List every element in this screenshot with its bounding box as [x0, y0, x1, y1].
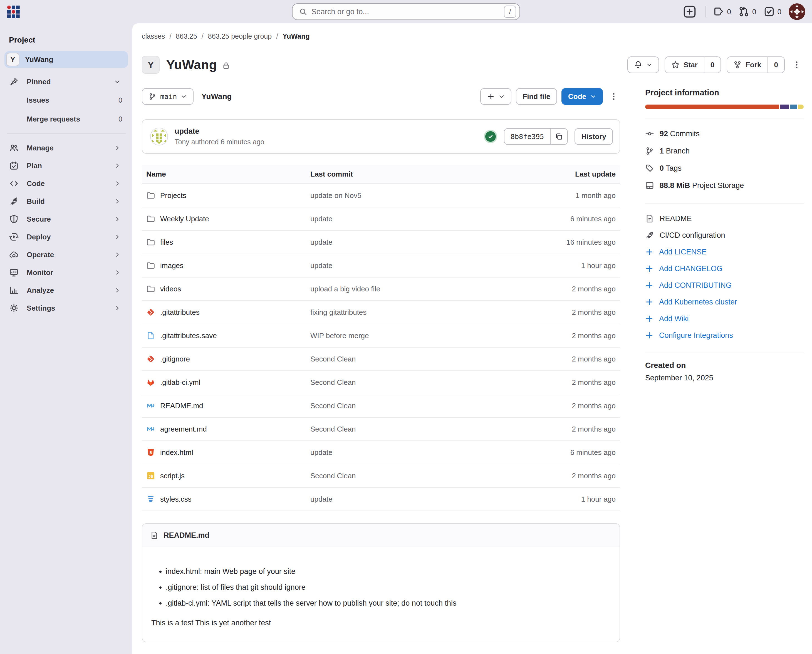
sidebar-item-monitor[interactable]: Monitor: [5, 265, 128, 280]
breadcrumb-item[interactable]: classes: [142, 32, 165, 40]
add-wiki-link[interactable]: Add Wiki: [645, 310, 804, 327]
commit-message-link[interactable]: Second Clean: [310, 425, 356, 433]
sidebar-item-secure[interactable]: Secure: [5, 212, 128, 226]
add-contributing-link[interactable]: Add CONTRIBUTING: [645, 277, 804, 293]
file-name[interactable]: .gitattributes.save: [160, 332, 217, 340]
readme-header[interactable]: README.md: [142, 524, 619, 547]
breadcrumb-item[interactable]: 863.25: [176, 32, 197, 40]
commit-sha-group: 8b8fe395: [504, 128, 568, 145]
star-button[interactable]: Star: [665, 57, 704, 73]
add-file-dropdown-button[interactable]: [480, 88, 511, 105]
sidebar-item-build[interactable]: Build: [5, 194, 128, 209]
file-name[interactable]: images: [160, 261, 184, 270]
storage-stat[interactable]: 88.8 MiB Project Storage: [645, 177, 804, 194]
file-name[interactable]: index.html: [160, 448, 193, 457]
notifications-dropdown-button[interactable]: [627, 57, 659, 73]
merge-requests-counter[interactable]: 0: [738, 6, 756, 17]
branches-stat[interactable]: 1 Branch: [645, 142, 804, 160]
search-input[interactable]: [312, 8, 499, 16]
project-actions-kebab[interactable]: [790, 60, 803, 70]
cicd-configuration-link[interactable]: CI/CD configuration: [645, 227, 804, 244]
todo-check-icon: [764, 6, 775, 17]
commit-message-link[interactable]: fixing gitattributes: [310, 308, 367, 316]
file-name[interactable]: .gitattributes: [160, 308, 200, 317]
file-name[interactable]: agreement.md: [160, 425, 207, 434]
repo-actions-kebab[interactable]: [607, 91, 620, 102]
issues-count: 0: [727, 8, 731, 16]
last-update: 6 minutes ago: [537, 441, 620, 464]
commit-message[interactable]: update: [174, 127, 264, 136]
breadcrumb-item[interactable]: 863.25 people group: [208, 32, 272, 40]
readme-paragraph: This is a test This is yet another test: [151, 619, 611, 627]
commit-message-link[interactable]: Second Clean: [310, 472, 356, 480]
last-update: 2 months ago: [537, 277, 620, 301]
commit-message-link[interactable]: update: [310, 238, 333, 246]
search-icon: [299, 8, 307, 15]
commit-message-link[interactable]: Second Clean: [310, 378, 356, 387]
sidebar-item-manage[interactable]: Manage: [5, 141, 128, 155]
file-name[interactable]: script.js: [160, 472, 185, 480]
file-name[interactable]: README.md: [160, 402, 203, 410]
commits-stat[interactable]: 92 Commits: [645, 125, 804, 142]
file-name[interactable]: Weekly Update: [160, 215, 209, 223]
code-dropdown-button[interactable]: Code: [561, 88, 603, 105]
copy-sha-button[interactable]: [550, 129, 567, 144]
gitlab-instance-logo[interactable]: [7, 5, 20, 18]
branch-icon: [148, 93, 156, 100]
commit-author-avatar[interactable]: [150, 128, 168, 145]
repo-root-label[interactable]: YuWang: [201, 92, 232, 101]
add-license-link[interactable]: Add LICENSE: [645, 244, 804, 260]
branch-selector[interactable]: main: [142, 88, 194, 105]
sidebar-item-analyze[interactable]: Analyze: [5, 283, 128, 298]
file-name[interactable]: .gitlab-ci.yml: [160, 378, 200, 387]
sidebar-item-plan[interactable]: Plan: [5, 159, 128, 173]
file-name[interactable]: files: [160, 238, 173, 247]
table-row: .gitattributes.save WIP before merge 2 m…: [142, 324, 620, 347]
history-button[interactable]: History: [575, 128, 613, 145]
file-name[interactable]: videos: [160, 285, 181, 293]
commit-sha[interactable]: 8b8fe395: [505, 129, 550, 144]
commit-message-link[interactable]: update: [310, 261, 333, 270]
issues-counter[interactable]: 0: [713, 6, 731, 17]
sidebar-item-settings[interactable]: Settings: [5, 301, 128, 315]
commit-message-link[interactable]: WIP before merge: [310, 332, 369, 340]
readme-filename[interactable]: README.md: [164, 531, 209, 540]
breadcrumb-current[interactable]: YuWang: [283, 32, 310, 40]
commit-message-link[interactable]: Second Clean: [310, 402, 356, 410]
fork-button[interactable]: Fork: [727, 57, 767, 73]
file-name[interactable]: .gitignore: [160, 355, 190, 364]
commit-author-line: Tony authored 6 minutes ago: [174, 138, 264, 146]
fork-count[interactable]: 0: [768, 57, 784, 73]
table-row: .gitignore Second Clean 2 months ago: [142, 347, 620, 371]
global-search[interactable]: /: [292, 3, 520, 20]
commit-icon: [645, 129, 654, 138]
sidebar-item-operate[interactable]: Operate: [5, 248, 128, 262]
commit-message-link[interactable]: Second Clean: [310, 355, 356, 363]
sidebar-item-code[interactable]: Code: [5, 176, 128, 191]
file-name[interactable]: Projects: [160, 191, 186, 200]
find-file-button[interactable]: Find file: [516, 88, 557, 105]
configure-integrations-link[interactable]: Configure Integrations: [645, 327, 804, 344]
commit-message-link[interactable]: update: [310, 495, 333, 503]
commit-message-link[interactable]: update: [310, 448, 333, 457]
user-avatar[interactable]: [789, 3, 805, 20]
pipeline-status-icon[interactable]: [484, 130, 497, 143]
create-new-button[interactable]: [681, 4, 698, 19]
sidebar-item-deploy[interactable]: Deploy: [5, 230, 128, 244]
language-bar[interactable]: [645, 105, 804, 109]
file-name[interactable]: styles.css: [160, 495, 191, 504]
add-changelog-link[interactable]: Add CHANGELOG: [645, 260, 804, 277]
commit-message-link[interactable]: update on Nov5: [310, 191, 361, 200]
readme-link[interactable]: README: [645, 210, 804, 227]
star-count[interactable]: 0: [704, 57, 720, 73]
tags-stat[interactable]: 0 Tags: [645, 160, 804, 177]
created-on-label: Created on: [645, 361, 804, 370]
sidebar-item-issues[interactable]: Issues 0: [5, 92, 128, 108]
sidebar-item-pinned[interactable]: Pinned: [5, 75, 128, 89]
sidebar-item-project-yuwang[interactable]: Y YuWang: [5, 51, 128, 68]
add-kubernetes-cluster-link[interactable]: Add Kubernetes cluster: [645, 293, 804, 310]
commit-message-link[interactable]: update: [310, 215, 333, 223]
commit-message-link[interactable]: upload a big video file: [310, 285, 381, 293]
todos-counter[interactable]: 0: [764, 6, 781, 17]
sidebar-item-merge-requests[interactable]: Merge requests 0: [5, 111, 128, 127]
